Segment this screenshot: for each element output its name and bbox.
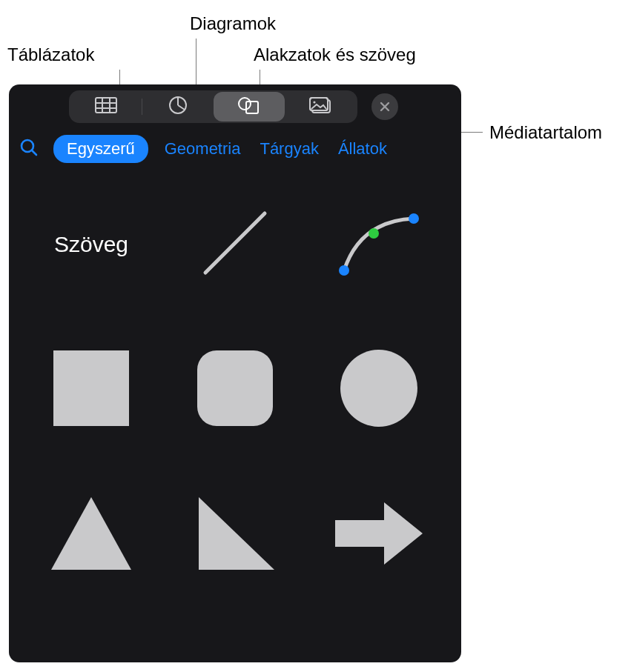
- callout-media-label: Médiatartalom: [489, 122, 602, 143]
- shape-right-triangle[interactable]: [187, 490, 283, 579]
- shape-square[interactable]: [43, 345, 139, 434]
- close-button[interactable]: [371, 93, 398, 120]
- svg-point-22: [340, 350, 417, 427]
- svg-marker-25: [335, 502, 423, 565]
- media-icon: [308, 96, 332, 117]
- category-geometry[interactable]: Geometria: [162, 135, 244, 163]
- svg-line-16: [205, 213, 265, 273]
- svg-point-6: [239, 98, 251, 110]
- line-icon: [194, 202, 276, 287]
- media-tab[interactable]: [285, 92, 356, 122]
- shape-line[interactable]: [187, 200, 283, 289]
- shape-arrow[interactable]: [331, 490, 427, 579]
- triangle-icon: [47, 493, 136, 577]
- insert-toolbar: [9, 84, 461, 127]
- arrow-right-icon: [331, 496, 427, 573]
- curve-icon: [331, 202, 427, 287]
- search-icon[interactable]: [16, 135, 40, 163]
- close-icon: [379, 101, 391, 113]
- insert-segmented-control: [69, 90, 357, 123]
- table-icon: [95, 97, 117, 116]
- category-basic[interactable]: Egyszerű: [53, 135, 148, 163]
- svg-marker-24: [199, 497, 274, 570]
- shape-rounded-square[interactable]: [187, 345, 283, 434]
- svg-rect-21: [197, 350, 273, 426]
- square-icon: [50, 347, 132, 432]
- callout-shapes-text-label: Alakzatok és szöveg: [254, 44, 416, 65]
- svg-rect-7: [246, 102, 258, 113]
- shapes-icon: [237, 96, 261, 118]
- circle-icon: [338, 347, 420, 432]
- shapes-grid: Szöveg: [9, 173, 461, 579]
- insert-panel: Egyszerű Geometria Tárgyak Állatok Szöve…: [9, 84, 461, 662]
- tables-tab[interactable]: [70, 92, 142, 122]
- charts-tab[interactable]: [142, 92, 214, 122]
- shape-curve[interactable]: [331, 200, 427, 289]
- shape-text-label: Szöveg: [54, 232, 128, 257]
- shape-triangle[interactable]: [43, 490, 139, 579]
- svg-point-11: [313, 101, 315, 103]
- callout-charts-label: Diagramok: [190, 13, 276, 34]
- right-triangle-icon: [193, 493, 278, 577]
- category-objects[interactable]: Tárgyak: [257, 135, 321, 163]
- shape-text[interactable]: Szöveg: [43, 200, 139, 289]
- svg-line-15: [32, 150, 36, 155]
- svg-point-17: [339, 265, 349, 276]
- pie-chart-icon: [168, 96, 188, 118]
- shapes-tab[interactable]: [214, 92, 285, 122]
- shape-circle[interactable]: [331, 345, 427, 434]
- callout-tables-label: Táblázatok: [7, 44, 94, 65]
- rounded-square-icon: [194, 347, 276, 432]
- svg-marker-23: [51, 497, 131, 570]
- category-animals[interactable]: Állatok: [335, 135, 390, 163]
- shape-category-bar: Egyszerű Geometria Tárgyak Állatok: [9, 127, 461, 173]
- svg-point-18: [369, 228, 379, 239]
- svg-rect-20: [53, 350, 129, 426]
- svg-rect-0: [96, 98, 116, 113]
- svg-point-19: [409, 213, 419, 224]
